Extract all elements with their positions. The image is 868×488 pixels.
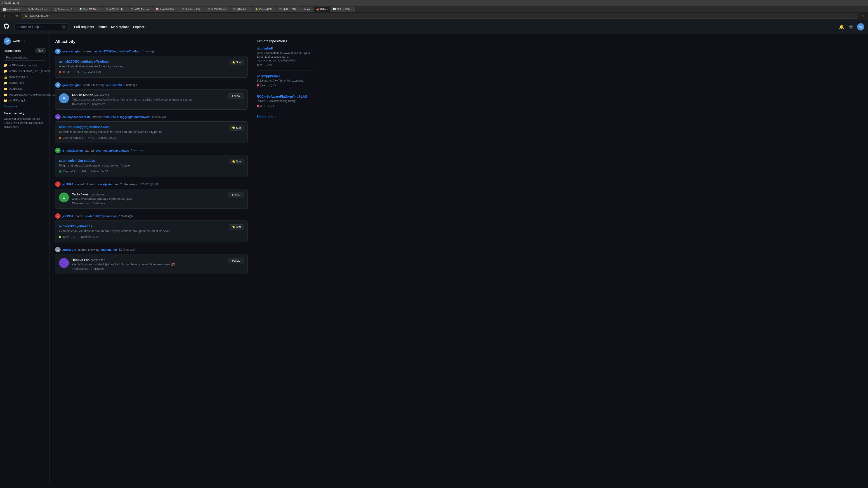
search-box[interactable]: Search or jump to... / <box>14 24 69 30</box>
activity-actor[interactable]: graceyangfan <box>62 84 82 87</box>
browser-tab[interactable]: 🅰 A Parametric... <box>1 7 25 12</box>
browser-tab[interactable]: 🌸 花花草草的表... <box>153 6 179 12</box>
forward-button[interactable]: › <box>8 13 12 18</box>
repo-card-title[interactable]: avdvorak/myelin-atlas <box>59 224 244 228</box>
repo-name[interactable]: wo315/amgcl <box>9 99 25 102</box>
follow-followers[interactable]: 4 followers <box>91 267 103 270</box>
repo-name[interactable]: wo315/CldOF <box>9 81 25 85</box>
list-item[interactable]: 📁 wo315/CldOF <box>4 80 46 86</box>
new-repo-button[interactable]: New <box>35 48 46 53</box>
browser-title: 7月29日 21:46 <box>2 1 19 5</box>
star-button[interactable]: ⭐ Star <box>229 125 244 131</box>
list-item[interactable]: 📁 wo315/amgcl <box>4 98 46 103</box>
follow-repos[interactable]: 16 repositories <box>72 103 90 106</box>
browser-tab[interactable]: 🌊 OpenFOAM a... <box>77 7 103 12</box>
explore-repo-name[interactable]: pezyCppPrimer <box>257 74 313 78</box>
browser-tab[interactable]: 📷 Screenshot fr... <box>52 7 76 12</box>
explore-more-link[interactable]: Explore more → <box>257 115 313 118</box>
follow-button[interactable]: Follow <box>228 193 244 198</box>
browser-tab[interactable]: 📧 登录QQ邮箱... <box>331 6 355 12</box>
browser-tab[interactable]: 🎬 Iterators 迭代... <box>179 6 205 12</box>
notifications-button[interactable]: 🔔 <box>838 24 845 30</box>
activity-actor[interactable]: cakebytheoceanLuo <box>62 115 91 119</box>
star-button[interactable]: ⭐ Star <box>229 60 244 65</box>
bookmark-button[interactable]: ☆ <box>860 13 866 19</box>
activity-header: J jcd1994 started following carlojavier … <box>55 182 248 187</box>
follow-card: Follow A Ashish Mohan ashish2704 A data … <box>55 90 248 109</box>
follow-followers[interactable]: 7 followers <box>92 202 105 205</box>
explore-repo-name[interactable]: qhull/qhull <box>257 46 313 50</box>
repo-card-description: Plugin that adds a 'cut' operation separ… <box>59 164 244 167</box>
dropdown-arrow-icon[interactable]: ▾ <box>24 40 26 43</box>
list-item[interactable]: 📁 wo315/libigl <box>4 86 46 91</box>
follow-username[interactable]: haoxue-fan <box>90 258 105 262</box>
activity-actor[interactable]: ZintrulCre <box>62 248 76 252</box>
browser-tab[interactable]: 🎬 装饰器 Decor... <box>205 6 230 12</box>
activity-actor[interactable]: BrightXiaoHan <box>62 149 83 152</box>
sidebar-username[interactable]: wo315 <box>13 39 22 43</box>
list-item[interactable]: 📁 wo315/BasicOpenFOAMProgrammingTutori..… <box>4 92 46 97</box>
show-more-button[interactable]: Show more <box>4 105 46 108</box>
list-item[interactable]: 📁 wo315/OpenFOAM_2021_Summer <box>4 69 46 74</box>
address-bar[interactable]: 🔒 https://github.com <box>21 13 858 19</box>
github-logo[interactable] <box>4 24 9 30</box>
reload-button[interactable]: ↻ <box>14 13 20 19</box>
activity-target[interactable]: haoxue-fan <box>101 248 117 252</box>
explore-lang: C++ <box>257 104 265 107</box>
follow-name[interactable]: Haoxue Fan <box>72 258 90 262</box>
star-button[interactable]: ⭐ Star <box>229 224 244 230</box>
back-button[interactable]: ‹ <box>2 13 6 18</box>
repo-card-title[interactable]: ashish2704/Quantitative-Trading- <box>59 60 244 63</box>
repo-name[interactable]: saadtony/uCFD <box>9 75 28 78</box>
follow-followers[interactable]: 6 followers <box>92 103 105 106</box>
new-button[interactable]: ➕ <box>848 24 855 30</box>
browser-tab[interactable]: 🎬 (470) Intro... <box>230 7 252 12</box>
browser-tab[interactable]: 🎬 (470) Python... <box>128 7 153 12</box>
browser-tab[interactable]: 🎬 (470) Vim Tu... <box>103 7 128 12</box>
activity-actor[interactable]: jcd1994 <box>62 183 73 186</box>
nav-explore[interactable]: Explore <box>133 25 145 29</box>
activity-group: J jcd1994 started following carlojavier … <box>55 182 248 209</box>
lang-dot <box>59 137 61 139</box>
activity-target[interactable]: ashish2704/Quantitative-Trading- <box>94 50 141 53</box>
activity-target[interactable]: carlojavier <box>98 183 113 186</box>
list-item[interactable]: 🔒 saadtony/uCFD <box>4 74 46 79</box>
repo-card-title[interactable]: resource-disaggregation/snowset <box>59 125 244 129</box>
browser-tab[interactable]: Sign in <box>301 7 313 12</box>
browser-tab[interactable]: 🎬 (470) 【讲解... <box>276 6 301 12</box>
repo-card-title[interactable]: svermeulen/vim-cutlass <box>59 159 244 162</box>
nav-marketplace[interactable]: Marketplace <box>111 25 129 29</box>
follow-button[interactable]: Follow <box>228 93 244 99</box>
repo-name[interactable]: wo315/OpenFOAM_2021_Summer <box>9 70 51 73</box>
activity-action: starred <box>84 50 92 53</box>
activity-target[interactable]: ashish2704 <box>106 84 122 87</box>
list-item[interactable]: 📁 wo315/training_courses <box>4 63 46 68</box>
browser-tab[interactable]: 🔧 RunFunctions... <box>25 7 51 12</box>
star-button[interactable]: ⭐ Star <box>229 159 244 164</box>
activity-target[interactable]: avdvorak/myelin-atlas <box>86 215 117 218</box>
nav-pull-requests[interactable]: Pull requests <box>74 25 94 29</box>
collapse-button[interactable]: ⊟ <box>155 182 158 186</box>
activity-actor[interactable]: graceyangfan <box>62 50 82 53</box>
repo-name[interactable]: wo315/libigl <box>9 87 23 90</box>
repo-icon: 📁 <box>4 69 7 73</box>
follow-button[interactable]: Follow <box>228 258 244 263</box>
repo-search-input[interactable] <box>4 55 46 61</box>
follow-username[interactable]: ashish2704 <box>94 94 110 97</box>
browser-tab[interactable]: 🐙 GitHub <box>314 7 330 12</box>
browser-tab[interactable]: 🐍 Python装饰... <box>253 6 276 12</box>
repo-name[interactable]: wo315/training_courses <box>9 64 37 67</box>
user-avatar[interactable]: W <box>857 23 864 31</box>
follow-repos[interactable]: 43 repositories <box>72 202 90 205</box>
follow-name[interactable]: Ashish Mohan <box>72 93 94 97</box>
activity-target[interactable]: resource-disaggregation/snowset <box>103 115 150 119</box>
follow-username[interactable]: carlojavier <box>91 193 104 196</box>
follow-name[interactable]: Carlo Javier <box>72 193 91 196</box>
explore-lang: C <box>257 64 262 67</box>
follow-stats: 4 repositories 4 followers <box>72 267 244 270</box>
nav-issues[interactable]: Issues <box>98 25 107 29</box>
activity-target[interactable]: svermeulen/vim-cutlass <box>96 149 129 152</box>
activity-actor[interactable]: jcd1994 <box>62 215 73 218</box>
explore-repo-name[interactable]: ROCmSoftwarePlatform/hipBLAS <box>257 95 313 98</box>
follow-repos[interactable]: 4 repositories <box>72 267 88 270</box>
